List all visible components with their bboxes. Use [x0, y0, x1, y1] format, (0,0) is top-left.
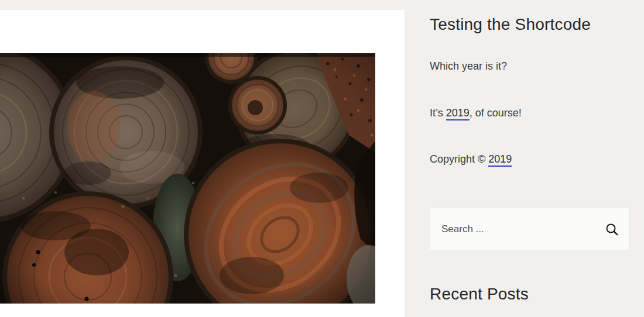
year-link[interactable]: 2019: [446, 107, 470, 120]
logs-photo-illustration: [0, 53, 375, 304]
copyright-prefix: Copyright ©: [430, 153, 488, 165]
sidebar: Testing the Shortcode Which year is it? …: [405, 0, 644, 317]
shortcode-widget-answer: It’s 2019, of course!: [430, 106, 522, 120]
answer-suffix: , of course!: [470, 107, 522, 119]
answer-prefix: It’s: [430, 107, 446, 119]
featured-image: [0, 53, 375, 304]
search-input[interactable]: [440, 223, 604, 236]
search-button[interactable]: [604, 222, 619, 236]
main-content-area: [0, 10, 405, 317]
shortcode-widget-question: Which year is it?: [430, 59, 507, 73]
copyright-year-link[interactable]: 2019: [488, 153, 512, 167]
shortcode-widget-copyright: Copyright © 2019: [430, 152, 512, 166]
recent-posts-title: Recent Posts: [430, 285, 529, 304]
page-background: Testing the Shortcode Which year is it? …: [0, 0, 644, 317]
search-icon: [605, 222, 619, 236]
shortcode-widget-title: Testing the Shortcode: [430, 15, 591, 34]
search-form: [430, 208, 629, 250]
